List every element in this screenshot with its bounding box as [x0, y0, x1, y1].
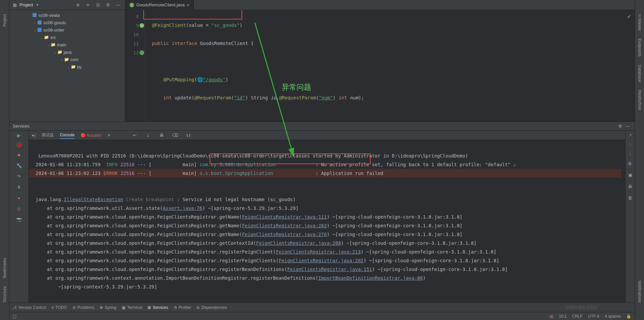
select-opened-file-icon[interactable]: ⊕ [74, 1, 82, 9]
left-tab-project[interactable]: Project [2, 12, 8, 29]
expand-all-icon[interactable]: ≡ [84, 1, 92, 9]
cursor-position[interactable]: 10:1 [559, 314, 567, 319]
tab-version-control[interactable]: ⎇ Version Control [12, 305, 46, 310]
indent[interactable]: 4 spaces [605, 314, 621, 319]
stack-link[interactable]: ImportBeanDefinitionRegistrar.java:86 [318, 275, 423, 281]
top-bar: ▦ Project ▼ ⊕ ≡ ⊟ ⚙ — I GoodsRemoteClien… [9, 0, 635, 10]
tree-node[interactable]: ⌄ com [9, 56, 125, 63]
inspection-ok-icon[interactable]: ✔ [627, 13, 631, 20]
tree-node[interactable]: ⌄ by [9, 63, 125, 71]
collapse-all-icon[interactable]: ⊟ [94, 1, 102, 9]
tab-actuator[interactable]: 🔴 Actuator [80, 132, 101, 139]
editor-tab[interactable]: I GoodsRemoteClient.java × [125, 0, 194, 10]
tab-dependencies[interactable]: ⧉ Dependencies [197, 305, 227, 310]
folder-expand-icon[interactable]: ▦ [13, 2, 17, 7]
stack-link[interactable]: FeignClientsRegistrar.java:270 [242, 232, 327, 237]
trash-icon[interactable]: 🗑 [627, 194, 634, 201]
tree-node[interactable]: ⌄ main [9, 41, 125, 48]
stack-link[interactable]: FeignClientsRegistrar.java:111 [242, 214, 327, 220]
close-tab-icon[interactable]: × [187, 2, 190, 8]
tree-node[interactable]: ⌄ java [9, 48, 125, 56]
layout-icon[interactable]: ▣ [627, 171, 634, 179]
console-output[interactable]: LenovoR7000P2021 with PID 22516 (D:\idea… [29, 140, 625, 303]
tool-icon[interactable]: 🔧 [15, 162, 23, 169]
stack-link[interactable]: FeignClientsRegistrar.java:288 [256, 240, 341, 246]
right-tab-maven[interactable]: m Maven [637, 12, 643, 33]
camera-icon[interactable]: 📷 [15, 216, 23, 223]
tab-spring[interactable]: ❀ Spring [100, 305, 116, 310]
editor-tabs: I GoodsRemoteClient.java × [125, 0, 635, 10]
minimize-icon[interactable]: — [624, 123, 631, 130]
bottom-tabs-bar: ⎇ Version Control ≡ TODO ⊘ Problems ❀ Sp… [9, 303, 635, 312]
export-icon[interactable]: 🗎 [627, 160, 634, 167]
run-icon[interactable]: ▶ [17, 133, 21, 138]
project-tool-label[interactable]: Project [19, 2, 33, 7]
stop-icon[interactable]: ■ [15, 151, 23, 158]
watermark: CSDN @红石810 [566, 305, 597, 311]
step-over-icon[interactable]: ↷ [15, 173, 23, 180]
scroll-up-icon[interactable]: ↗ [628, 133, 632, 138]
services-title: Services [13, 124, 30, 129]
nav-down-icon[interactable]: ↓ [629, 151, 631, 156]
settings-icon[interactable]: ⚙ [104, 1, 112, 9]
editor-gutter: 8 9 10 11 12 [125, 10, 145, 122]
pause-icon[interactable]: ⏸ [15, 183, 23, 191]
services-panel: Services ⚙ — ▶ 🐞 ■ 🔧 ↷ ⏸ ● ◎ 📷 [9, 122, 635, 303]
left-tab-bookmarks[interactable]: Bookmarks [2, 256, 8, 280]
filter-icon[interactable]: ⫿⫿ [185, 132, 192, 139]
tab-console[interactable]: Console [60, 132, 74, 139]
tab-todo[interactable]: ≡ TODO [51, 305, 67, 310]
tab-profiler[interactable]: ◔ Profiler [173, 305, 191, 310]
more-icon[interactable]: ≡ [108, 133, 110, 138]
code-area[interactable]: @FeignClient(value = "sc_goods") public … [145, 10, 635, 122]
status-bar: ▢ ⊞ 10:1 CRLF UTF-8 4 spaces 🔓 [9, 312, 635, 320]
status-left-icon[interactable]: ▢ [13, 314, 16, 319]
soft-wrap-icon[interactable]: ↩ [131, 132, 139, 139]
debug-icon[interactable]: 🐞 [16, 141, 22, 148]
right-tab-endpoints[interactable]: Endpoints [637, 37, 643, 58]
stack-link[interactable]: FeignClientsRegistrar.java:282 [242, 223, 327, 228]
run-gutter-icon[interactable] [140, 23, 144, 28]
view-bp-icon[interactable]: ◎ [15, 205, 23, 212]
gear-icon[interactable]: ⚙ [616, 123, 624, 130]
print-icon[interactable]: 🖶 [627, 183, 634, 190]
exception-class-link[interactable]: IllegalStateException [64, 197, 123, 202]
print-icon[interactable]: 🖶 [158, 132, 165, 139]
tab-problems[interactable]: ⊘ Problems [72, 305, 95, 310]
left-tab-structure[interactable]: Structure [2, 284, 8, 305]
tab-services[interactable]: ⊞ Services [148, 305, 168, 310]
project-tree[interactable]: sc08-seata › sc08-goods ⌄ sc08-order ⌄ s… [9, 10, 125, 122]
nav-up-icon[interactable]: ↑ [629, 142, 631, 147]
mute-bp-icon[interactable]: ● [15, 194, 23, 201]
windows-logo-icon[interactable]: ⊞ [549, 314, 553, 319]
tree-node[interactable]: sc08-seata [9, 11, 125, 19]
editor-pane: 8 9 10 11 12 @FeignClient(value = "sc_go… [125, 10, 635, 122]
stack-link[interactable]: FeignClientsRegistrar.java:213 [276, 249, 361, 255]
left-tool-strip: Project Bookmarks Structure [0, 0, 9, 320]
stack-link[interactable]: FeignClientsRegistrar.java:151 [287, 267, 372, 272]
clear-icon[interactable]: ⌫ [171, 132, 179, 139]
tree-node[interactable]: › sc08-goods [9, 19, 125, 26]
stack-link[interactable]: FeignClientsRegistrar.java:202 [279, 258, 364, 263]
right-tab-restful[interactable]: RestfulTool [637, 88, 643, 112]
create-breakpoint-link[interactable]: Create breakpoint [126, 197, 174, 202]
services-right-icons: ↗ ↑ ↓ 🗎 ▣ 🖶 🗑 [625, 131, 635, 303]
java-interface-icon: I [129, 3, 134, 7]
tab-filename: GoodsRemoteClient.java [136, 2, 185, 7]
tab-terminal[interactable]: ▣ Terminal [122, 305, 142, 310]
annotation-highlight-1 [143, 10, 242, 19]
right-tab-notifications[interactable]: Notifications [637, 279, 643, 305]
tab-debugger[interactable]: 调试器 [42, 131, 54, 139]
right-tab-database[interactable]: Database [637, 63, 643, 84]
expand-icon[interactable]: ▸| [32, 133, 36, 138]
stack-link[interactable]: Assert.java:76 [163, 205, 202, 211]
tree-node[interactable]: ⌄ sc08-order [9, 26, 125, 34]
tree-node[interactable]: ⌄ src [9, 34, 125, 41]
scroll-end-icon[interactable]: ⤓ [145, 132, 152, 139]
encoding[interactable]: UTF-8 [588, 314, 599, 319]
hide-icon[interactable]: — [114, 1, 122, 9]
readonly-icon[interactable]: 🔓 [626, 314, 631, 319]
right-tool-strip: m Maven Endpoints Database RestfulTool N… [635, 0, 644, 320]
override-gutter-icon[interactable] [140, 50, 144, 55]
line-sep[interactable]: CRLF [572, 314, 583, 319]
